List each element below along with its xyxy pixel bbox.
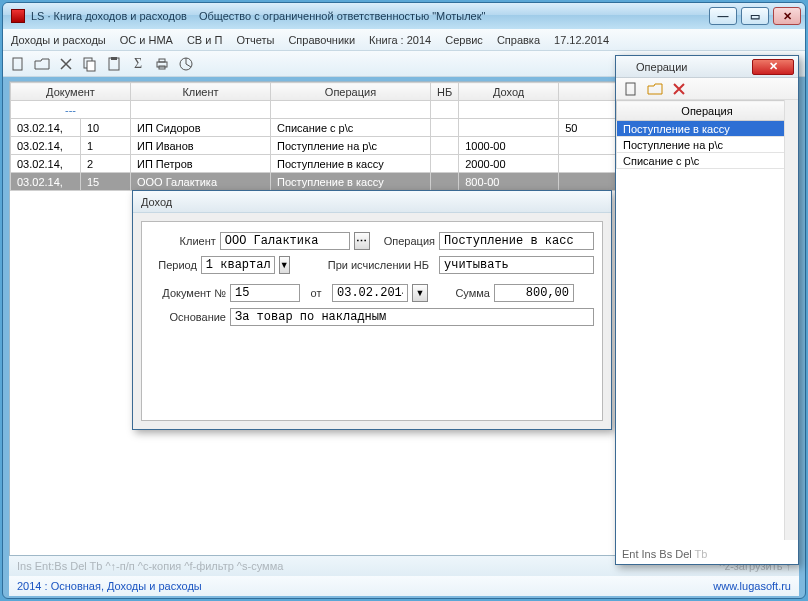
docnum-field[interactable] bbox=[230, 284, 300, 302]
operations-toolbar bbox=[616, 78, 798, 100]
op-list-item[interactable]: Поступление в кассу bbox=[617, 121, 798, 137]
col-client[interactable]: Клиент bbox=[131, 83, 271, 101]
sum-icon[interactable]: Σ bbox=[129, 55, 147, 73]
date-dropdown-button[interactable]: ▼ bbox=[412, 284, 428, 302]
title-left: LS · Книга доходов и расходов bbox=[31, 10, 187, 22]
paste-icon[interactable] bbox=[105, 55, 123, 73]
menubar: Доходы и расходы ОС и НМА СВ и П Отчеты … bbox=[3, 29, 805, 51]
lbl-operation: Операция bbox=[380, 235, 435, 247]
svg-rect-2 bbox=[87, 61, 95, 71]
nb-field[interactable] bbox=[439, 256, 594, 274]
lbl-client: Клиент bbox=[150, 235, 216, 247]
basis-field[interactable] bbox=[230, 308, 594, 326]
op-list-item[interactable]: Списание с р\с bbox=[617, 153, 798, 169]
hint-left: Ins Ent:Bs Del Tb ^↑-п/п ^c-копия ^f-фил… bbox=[17, 560, 283, 572]
income-dialog[interactable]: Доход Клиент ⋯ Операция Период ▼ При исч… bbox=[132, 190, 612, 430]
op-open-icon[interactable] bbox=[646, 80, 664, 98]
menu-item[interactable]: СВ и П bbox=[187, 34, 222, 46]
operations-list[interactable]: Операция Поступление в кассуПоступление … bbox=[616, 100, 798, 169]
col-document[interactable]: Документ bbox=[11, 83, 131, 101]
status-left: 2014 : Основная, Доходы и расходы bbox=[17, 580, 202, 592]
lbl-period: Период bbox=[150, 259, 197, 271]
new-icon[interactable] bbox=[9, 55, 27, 73]
menu-item[interactable]: Справка bbox=[497, 34, 540, 46]
svg-rect-9 bbox=[626, 83, 635, 95]
income-dialog-body: Клиент ⋯ Операция Период ▼ При исчислени… bbox=[141, 221, 603, 421]
operations-icon bbox=[620, 61, 632, 73]
op-list-item[interactable]: Поступление на р\с bbox=[617, 137, 798, 153]
svg-rect-4 bbox=[111, 57, 117, 60]
delete-icon[interactable] bbox=[57, 55, 75, 73]
period-field[interactable] bbox=[201, 256, 275, 274]
title-right: Общество с ограниченной ответственностью… bbox=[199, 10, 486, 22]
col-operation[interactable]: Операция bbox=[271, 83, 431, 101]
maximize-button[interactable]: ▭ bbox=[741, 7, 769, 25]
op-footer: Ent Ins Bs Del Tb bbox=[622, 548, 792, 560]
menu-item[interactable]: Отчеты bbox=[236, 34, 274, 46]
app-icon bbox=[11, 9, 25, 23]
op-col-header[interactable]: Операция bbox=[617, 101, 798, 121]
operation-field[interactable] bbox=[439, 232, 594, 250]
income-dialog-title-text: Доход bbox=[141, 196, 172, 208]
status-bar: 2014 : Основная, Доходы и расходы www.lu… bbox=[9, 576, 799, 596]
svg-rect-0 bbox=[13, 58, 22, 70]
menu-item[interactable]: Сервис bbox=[445, 34, 483, 46]
col-nb[interactable]: НБ bbox=[431, 83, 459, 101]
sum-field[interactable] bbox=[494, 284, 574, 302]
operations-titlebar[interactable]: Операции ✕ bbox=[616, 56, 798, 78]
lbl-docnum: Документ № bbox=[150, 287, 226, 299]
svg-rect-6 bbox=[159, 59, 165, 62]
lbl-nb: При исчислении НБ bbox=[328, 259, 429, 271]
op-delete-icon[interactable] bbox=[670, 80, 688, 98]
income-dialog-title[interactable]: Доход bbox=[133, 191, 611, 213]
menu-date: 17.12.2014 bbox=[554, 34, 609, 46]
minimize-button[interactable]: — bbox=[709, 7, 737, 25]
chart-icon[interactable] bbox=[177, 55, 195, 73]
op-scrollbar[interactable] bbox=[784, 100, 798, 540]
operations-title-text: Операции bbox=[632, 61, 752, 73]
open-icon[interactable] bbox=[33, 55, 51, 73]
print-icon[interactable] bbox=[153, 55, 171, 73]
operations-window[interactable]: Операции ✕ Операция Поступление в кассуП… bbox=[615, 55, 799, 565]
op-new-icon[interactable] bbox=[622, 80, 640, 98]
status-link[interactable]: www.lugasoft.ru bbox=[713, 580, 791, 592]
titlebar[interactable]: LS · Книга доходов и расходов Общество с… bbox=[3, 3, 805, 29]
col-income[interactable]: Доход bbox=[459, 83, 559, 101]
menu-item[interactable]: Книга : 2014 bbox=[369, 34, 431, 46]
operations-close-button[interactable]: ✕ bbox=[752, 59, 794, 75]
menu-item[interactable]: Справочники bbox=[288, 34, 355, 46]
lbl-basis: Основание bbox=[150, 311, 226, 323]
lbl-from: от bbox=[304, 287, 328, 299]
menu-item[interactable]: ОС и НМА bbox=[120, 34, 173, 46]
date-field[interactable] bbox=[332, 284, 408, 302]
client-field[interactable] bbox=[220, 232, 350, 250]
period-dropdown-button[interactable]: ▼ bbox=[279, 256, 290, 274]
close-button[interactable]: ✕ bbox=[773, 7, 801, 25]
menu-item[interactable]: Доходы и расходы bbox=[11, 34, 106, 46]
lbl-sum: Сумма bbox=[440, 287, 490, 299]
client-lookup-button[interactable]: ⋯ bbox=[354, 232, 370, 250]
copy-icon[interactable] bbox=[81, 55, 99, 73]
